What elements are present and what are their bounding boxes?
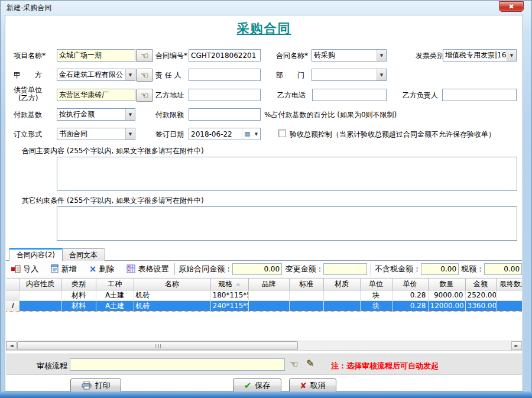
project-label: 项目名称* xyxy=(14,51,46,60)
sort-icon xyxy=(236,283,241,286)
party-b-address-label: 乙方地址 xyxy=(155,91,184,99)
responsible-label: 责 任 人 xyxy=(155,71,181,79)
scrollbar-thumb[interactable] xyxy=(17,341,298,350)
grid-header-row: 内容性质 类别 工种 名称 规格 品牌 标准 材质 单位 单价 数量 金额 最终… xyxy=(6,279,522,290)
tab-contract-text[interactable]: 合同文本 xyxy=(61,248,105,261)
col-header-nature[interactable]: 内容性质 xyxy=(19,279,61,290)
scroll-left-icon: ◄ xyxy=(9,343,13,348)
main-content-label: 合同主要内容 (255个字以内, 如果文字很多请写在附件中) xyxy=(22,147,204,155)
import-button[interactable]: 导入 xyxy=(9,263,41,276)
table-settings-icon xyxy=(126,264,135,273)
chevron-down-icon: ▼ xyxy=(252,128,260,140)
scroll-right-button[interactable]: ► xyxy=(511,341,521,350)
col-header-spec[interactable]: 规格 xyxy=(210,279,248,290)
invoice-type-label: 发票类别 xyxy=(416,51,444,60)
col-header-price[interactable]: 单价 xyxy=(392,279,428,290)
edit-pencil-icon: ✎ xyxy=(306,358,314,369)
new-document-icon xyxy=(51,264,59,273)
scroll-left-button[interactable]: ◄ xyxy=(7,341,17,350)
untaxed-amount-field[interactable] xyxy=(421,263,459,275)
conclude-form-select[interactable]: 书面合同 ▼ xyxy=(57,128,135,140)
col-header-trade[interactable]: 工种 xyxy=(96,279,134,290)
contract-no-input[interactable] xyxy=(189,49,261,62)
horizontal-scrollbar[interactable]: ◄ ► xyxy=(6,341,522,351)
delete-button[interactable]: × 删除 xyxy=(87,263,117,276)
contract-name-label: 合同名称* xyxy=(276,51,308,60)
main-content-textarea[interactable] xyxy=(57,157,517,191)
payment-base-label: 付款基数 xyxy=(14,111,42,119)
supplier-browse-button[interactable]: ☜ xyxy=(136,89,153,102)
payment-limit-note: %占付款基数的百分比 (如果为0则不限制) xyxy=(264,111,397,119)
party-a-browse-button[interactable]: ☜ xyxy=(136,69,153,82)
save-button[interactable]: ✔ 保存 xyxy=(233,378,281,393)
calendar-icon: ▦ xyxy=(242,128,252,140)
responsible-input[interactable] xyxy=(189,69,261,81)
sign-date-picker[interactable]: 2018-06-22 ▦ ▼ xyxy=(189,128,261,140)
col-header-category[interactable]: 类别 xyxy=(61,279,96,290)
grid-row-2-selected[interactable]: I 材料 A土建 机砖 240*115*53 块 0.28 12000.00 3… xyxy=(6,300,522,311)
payment-base-select[interactable]: 按执行金额 ▼ xyxy=(57,108,135,121)
browse-hand-icon: ☜ xyxy=(141,90,148,101)
dialog-body: 采购合同 项目名称* ☜ 合同编号* 合同名称* 砖采购 ▼ 发票类别 增值税专… xyxy=(5,15,523,391)
project-browse-button[interactable]: ☜ xyxy=(136,49,153,62)
delete-x-icon: × xyxy=(89,266,97,273)
party-b-phone-input[interactable] xyxy=(312,89,387,101)
payment-limit-input[interactable] xyxy=(189,108,261,121)
sign-date-label: 签订日期 xyxy=(155,130,184,138)
tax-amount-field[interactable] xyxy=(484,263,522,275)
table-settings-button[interactable]: 表格设置 xyxy=(124,263,171,276)
printer-icon xyxy=(82,381,92,390)
party-a-label: 甲 方 xyxy=(14,71,42,79)
contract-name-select[interactable]: 砖采购 ▼ xyxy=(312,49,387,62)
col-header-final-qty[interactable]: 最终数量 xyxy=(496,279,522,290)
party-b-address-input[interactable] xyxy=(189,89,261,101)
col-header-brand[interactable]: 品牌 xyxy=(248,279,289,290)
close-button[interactable]: ✖ xyxy=(499,1,524,12)
col-header-amount[interactable]: 金额 xyxy=(465,279,496,290)
browse-hand-icon: ☜ xyxy=(290,358,298,370)
save-check-icon: ✔ xyxy=(244,380,252,391)
review-flow-input[interactable] xyxy=(70,358,285,371)
page-title: 采购合同 xyxy=(5,20,523,37)
invoice-type-select[interactable]: 增值税专用发票|16 ▼ xyxy=(443,49,517,62)
chevron-down-icon: ▼ xyxy=(125,69,135,80)
department-select[interactable]: ▼ xyxy=(312,69,387,81)
party-a-select[interactable]: 金石建筑工程有限公 ▼ xyxy=(57,69,135,81)
payment-limit-label: 付款限额 xyxy=(155,111,184,119)
party-b-manager-input[interactable] xyxy=(442,89,517,101)
review-edit-button[interactable]: ✎ xyxy=(306,358,314,369)
add-button[interactable]: 新增 xyxy=(48,263,79,276)
project-input[interactable] xyxy=(57,49,135,62)
grid-row-1[interactable]: 材料 A土建 机砖 180*115*53 块 0.28 9000.00 2520… xyxy=(6,290,522,300)
row-indicator: I xyxy=(6,300,19,311)
col-header-material[interactable]: 材质 xyxy=(323,279,360,290)
col-header-standard[interactable]: 标准 xyxy=(289,279,323,290)
grid-toolbar: 导入 新增 × 删除 表格设置 原始合同金额： 变更金额： 不含税金额： xyxy=(6,261,522,277)
change-amount-label: 变更金额： xyxy=(285,264,323,274)
acceptance-control-checkbox[interactable] xyxy=(278,130,286,137)
scrollbar-grip-icon xyxy=(155,344,161,348)
supplier-input[interactable] xyxy=(57,89,135,101)
contract-items-grid: 内容性质 类别 工种 名称 规格 品牌 标准 材质 单位 单价 数量 金额 最终… xyxy=(6,278,522,341)
col-header-unit[interactable]: 单位 xyxy=(360,279,392,290)
chevron-down-icon: ▼ xyxy=(377,50,386,61)
import-icon xyxy=(11,265,21,273)
department-label: 部 门 xyxy=(276,71,304,79)
browse-hand-icon: ☜ xyxy=(141,70,148,80)
supplier-label: 供货单位 (乙方) xyxy=(14,86,42,102)
contract-no-label: 合同编号* xyxy=(155,51,187,60)
party-b-manager-label: 乙方负责人 xyxy=(403,91,438,99)
original-amount-label: 原始合同金额： xyxy=(179,264,232,274)
window-bottom-edge xyxy=(0,391,532,398)
other-terms-textarea[interactable] xyxy=(57,206,517,241)
toolbar-separator xyxy=(174,263,175,275)
toolbar-separator xyxy=(371,263,371,275)
cancel-button[interactable]: ✘ 取消 xyxy=(289,378,336,393)
tab-contract-content[interactable]: 合同内容(2) xyxy=(9,248,63,261)
print-button[interactable]: 打印 xyxy=(70,378,121,393)
col-header-name[interactable]: 名称 xyxy=(134,279,210,290)
change-amount-field[interactable] xyxy=(323,263,367,275)
review-browse-button[interactable]: ☜ xyxy=(290,358,298,370)
col-header-qty[interactable]: 数量 xyxy=(428,279,465,290)
original-amount-field[interactable] xyxy=(232,263,282,275)
